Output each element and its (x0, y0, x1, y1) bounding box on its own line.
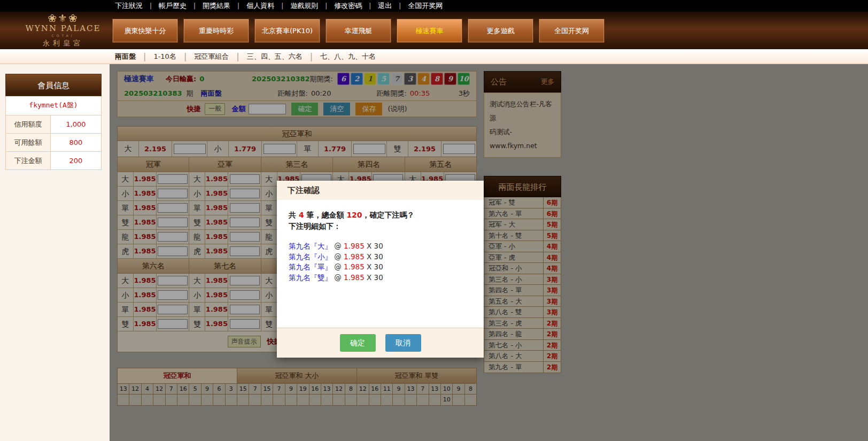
subnav-item-5[interactable]: 七、八、九、十名 (320, 52, 376, 61)
subnav-item-4[interactable]: 三、四、五、六名 (247, 52, 303, 61)
member-panel-title: 會員信息 (5, 74, 102, 96)
bet-summary: 共 4 筆，總金額 120，確定下注嗎？ (289, 210, 472, 221)
nav-separator: | (150, 2, 152, 10)
bet-detail-lines: 第九名『大』 @ 1.985 X 30第九名『小』 @ 1.985 X 30第九… (289, 241, 472, 283)
member-account: fkymnet(A盤) (5, 96, 102, 115)
game-tab-2[interactable]: 重慶時時彩 (183, 19, 249, 43)
top-nav-item-1[interactable]: 下注狀況 (115, 1, 143, 11)
modal-body: 共 4 筆，總金額 120，確定下注嗎？ 下注明細如下： 第九名『大』 @ 1.… (277, 200, 484, 328)
bet-detail-times: X 30 (365, 252, 383, 261)
top-nav-item-7[interactable]: 退出 (378, 1, 392, 11)
nav-separator: | (369, 2, 371, 10)
nav-separator: | (325, 2, 327, 10)
top-nav-item-2[interactable]: 帳戶歷史 (159, 1, 187, 11)
subnav-item-3[interactable]: 冠亞軍組合 (194, 52, 229, 61)
bet-detail-odds: 1.985 (344, 262, 365, 271)
wynn-palace-logo: ❀⚜❀ WYNN PALACE COTAI 永利皇宮 (20, 13, 106, 48)
bet-detail-times: X 30 (365, 273, 383, 282)
top-nav-item-6[interactable]: 修改密碼 (334, 1, 362, 11)
top-nav-item-5[interactable]: 遊戲規則 (290, 1, 318, 11)
subnav-separator: | (184, 51, 187, 61)
member-row: 下注金額200 (5, 152, 102, 170)
member-panel: 會員信息 fkymnet(A盤) 信用額度1,000可用餘額800下注金額200 (5, 74, 102, 170)
page: 下注狀況|帳戶歷史|開獎結果|個人資料|遊戲規則|修改密碼|退出|全国开奖网 ❀… (0, 0, 868, 441)
top-nav-item-4[interactable]: 個人資料 (246, 1, 274, 11)
member-row: 信用額度1,000 (5, 115, 102, 134)
member-row-label: 下注金額 (6, 152, 51, 169)
member-row-label: 信用額度 (6, 115, 51, 133)
modal-footer: 确定 取消 (277, 328, 484, 358)
subnav-separator: | (143, 51, 146, 61)
bet-detail-at: @ (332, 252, 344, 261)
game-tab-1[interactable]: 廣東快樂十分 (112, 19, 178, 43)
nav-separator: | (193, 2, 196, 10)
game-tab-4[interactable]: 幸運飛艇 (326, 19, 391, 43)
member-row-value: 200 (51, 152, 101, 169)
bet-detail-at: @ (332, 242, 344, 250)
bet-detail-name: 第九名『大』 (289, 242, 332, 250)
bet-detail-times: X 30 (365, 242, 383, 250)
top-nav-item-8[interactable]: 全国开奖网 (408, 1, 443, 11)
subnav-item-2[interactable]: 1-10名 (153, 52, 176, 61)
nav-separator: | (399, 2, 401, 10)
body: 會員信息 fkymnet(A盤) 信用額度1,000可用餘額800下注金額200… (0, 64, 868, 441)
bet-detail-times: X 30 (365, 262, 383, 271)
subnav-separator: | (310, 51, 313, 61)
bet-detail-name: 第九名『單』 (289, 262, 332, 271)
bet-confirm-modal: 下注確認 共 4 筆，總金額 120，確定下注嗎？ 下注明細如下： 第九名『大』… (277, 181, 484, 358)
member-row-value: 1,000 (51, 115, 101, 133)
bet-detail-line: 第九名『雙』 @ 1.985 X 30 (289, 273, 472, 283)
subnav-item-1[interactable]: 兩面盤 (115, 52, 136, 61)
game-tab-7[interactable]: 全国开奖网 (539, 19, 604, 43)
site-header: ❀⚜❀ WYNN PALACE COTAI 永利皇宮 廣東快樂十分重慶時時彩北京… (0, 12, 868, 49)
bet-detail-name: 第九名『小』 (289, 252, 332, 261)
bet-detail-odds: 1.985 (344, 252, 365, 261)
bet-detail-line: 第九名『單』 @ 1.985 X 30 (289, 262, 472, 273)
bet-detail-line: 第九名『大』 @ 1.985 X 30 (289, 241, 472, 252)
bet-detail-at: @ (332, 273, 344, 282)
member-row-label: 可用餘額 (6, 134, 51, 151)
crown-icon: ❀⚜❀ (20, 13, 106, 24)
member-row-value: 800 (51, 134, 101, 151)
top-nav: 下注狀況|帳戶歷史|開獎結果|個人資料|遊戲規則|修改密碼|退出|全国开奖网 (0, 0, 868, 12)
nav-separator: | (237, 2, 239, 10)
bet-detail-name: 第九名『雙』 (289, 273, 332, 282)
game-tab-5[interactable]: 極速賽車 (397, 19, 462, 43)
member-row: 可用餘額800 (5, 134, 102, 152)
detail-label: 下注明細如下： (289, 221, 472, 232)
bet-count: 4 (299, 211, 304, 219)
modal-cancel-button[interactable]: 取消 (385, 334, 421, 352)
game-tabs: 廣東快樂十分重慶時時彩北京賽車(PK10)幸運飛艇極速賽車更多遊戲全国开奖网 (112, 19, 610, 43)
bet-detail-line: 第九名『小』 @ 1.985 X 30 (289, 252, 472, 262)
bet-detail-odds: 1.985 (344, 273, 365, 282)
modal-confirm-button[interactable]: 确定 (340, 334, 376, 352)
board-sub-nav: 兩面盤|1-10名|冠亞軍組合|三、四、五、六名|七、八、九、十名 (0, 49, 868, 64)
top-nav-item-3[interactable]: 開獎結果 (203, 1, 230, 11)
nav-separator: | (281, 2, 283, 10)
logo-title: WYNN PALACE (20, 24, 106, 33)
bet-detail-at: @ (332, 262, 344, 271)
bet-total-amount: 120 (346, 211, 362, 219)
modal-title: 下注確認 (277, 181, 484, 200)
logo-cn: 永利皇宮 (20, 38, 106, 48)
subnav-separator: | (236, 51, 239, 61)
logo-subtitle: COTAI (20, 34, 106, 37)
bet-detail-odds: 1.985 (344, 242, 365, 250)
modal-overlay (110, 64, 868, 441)
game-tab-3[interactable]: 北京賽車(PK10) (254, 19, 320, 43)
game-tab-6[interactable]: 更多遊戲 (468, 19, 533, 43)
